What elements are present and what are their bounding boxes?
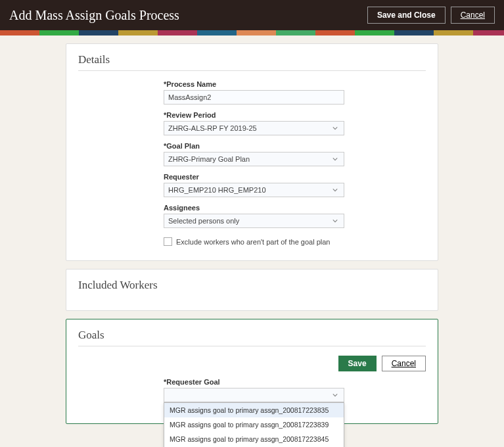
header-actions: Save and Close Cancel bbox=[367, 7, 495, 24]
review-period-field: Review Period ZHRG-ALS-RP FY 2019-25 bbox=[164, 111, 419, 135]
goals-actions: Save Cancel bbox=[78, 356, 426, 371]
chevron-down-icon bbox=[331, 216, 340, 225]
goals-heading: Goals bbox=[78, 329, 426, 342]
assignees-label: Assignees bbox=[164, 204, 419, 212]
requester-goal-option[interactable]: MGR assigns goal to primary assgn_200817… bbox=[164, 432, 344, 446]
review-period-label: Review Period bbox=[164, 111, 419, 119]
requester-goal-select[interactable] bbox=[164, 388, 344, 402]
details-form: Process Name Review Period ZHRG-ALS-RP F… bbox=[78, 80, 426, 246]
goal-plan-label: Goal Plan bbox=[164, 142, 419, 150]
divider bbox=[78, 70, 426, 71]
goal-plan-field: Goal Plan ZHRG-Primary Goal Plan bbox=[164, 142, 419, 166]
requester-goal-wrap: MGR assigns goal to primary assgn_200817… bbox=[164, 388, 419, 402]
exclude-workers-checkbox[interactable] bbox=[164, 237, 172, 246]
chevron-down-icon bbox=[331, 390, 340, 400]
requester-field: Requester HRG_EMP210 HRG_EMP210 bbox=[164, 173, 419, 197]
chevron-down-icon bbox=[331, 185, 340, 195]
goals-save-button[interactable]: Save bbox=[338, 356, 377, 371]
assignees-field: Assignees Selected persons only bbox=[164, 204, 419, 228]
goals-card: Goals Save Cancel Requester Goal MGR ass… bbox=[66, 319, 438, 424]
goals-cancel-button[interactable]: Cancel bbox=[382, 356, 426, 371]
chevron-down-icon bbox=[331, 124, 340, 133]
save-and-close-button[interactable]: Save and Close bbox=[367, 7, 446, 24]
requester-goal-label: Requester Goal bbox=[164, 378, 419, 386]
requester-goal-field: Requester Goal MGR assigns goal to prima… bbox=[164, 378, 419, 402]
details-heading: Details bbox=[78, 53, 426, 66]
exclude-workers-row: Exclude workers who aren't part of the g… bbox=[164, 237, 419, 246]
process-name-field: Process Name bbox=[164, 80, 419, 105]
decorative-strip bbox=[0, 30, 504, 35]
requester-goal-option[interactable]: MGR assigns goal to primary assgn_200817… bbox=[164, 417, 344, 432]
assignees-value: Selected persons only bbox=[168, 217, 239, 225]
header-cancel-button[interactable]: Cancel bbox=[451, 7, 495, 24]
page-header: Add Mass Assign Goals Process Save and C… bbox=[0, 0, 504, 30]
page-title: Add Mass Assign Goals Process bbox=[9, 8, 179, 23]
process-name-label: Process Name bbox=[164, 80, 419, 88]
goal-plan-value: ZHRG-Primary Goal Plan bbox=[168, 155, 250, 163]
page-body: Details Process Name Review Period ZHRG-… bbox=[0, 35, 504, 447]
process-name-input[interactable] bbox=[164, 90, 344, 105]
goals-form: Requester Goal MGR assigns goal to prima… bbox=[78, 378, 426, 402]
requester-select[interactable]: HRG_EMP210 HRG_EMP210 bbox=[164, 183, 344, 197]
included-workers-card: Included Workers bbox=[66, 269, 438, 311]
chevron-down-icon bbox=[331, 154, 340, 164]
exclude-workers-label: Exclude workers who aren't part of the g… bbox=[176, 238, 330, 246]
requester-goal-option[interactable]: MGR assigns goal to primary assgn_200817… bbox=[164, 403, 344, 417]
requester-goal-dropdown: MGR assigns goal to primary assgn_200817… bbox=[164, 402, 344, 447]
review-period-select[interactable]: ZHRG-ALS-RP FY 2019-25 bbox=[164, 121, 344, 135]
details-card: Details Process Name Review Period ZHRG-… bbox=[66, 43, 438, 261]
goal-plan-select[interactable]: ZHRG-Primary Goal Plan bbox=[164, 152, 344, 166]
included-workers-heading: Included Workers bbox=[78, 279, 426, 292]
review-period-value: ZHRG-ALS-RP FY 2019-25 bbox=[168, 124, 257, 132]
requester-value: HRG_EMP210 HRG_EMP210 bbox=[168, 186, 266, 194]
requester-label: Requester bbox=[164, 173, 419, 181]
assignees-select[interactable]: Selected persons only bbox=[164, 214, 344, 228]
divider bbox=[78, 346, 426, 346]
